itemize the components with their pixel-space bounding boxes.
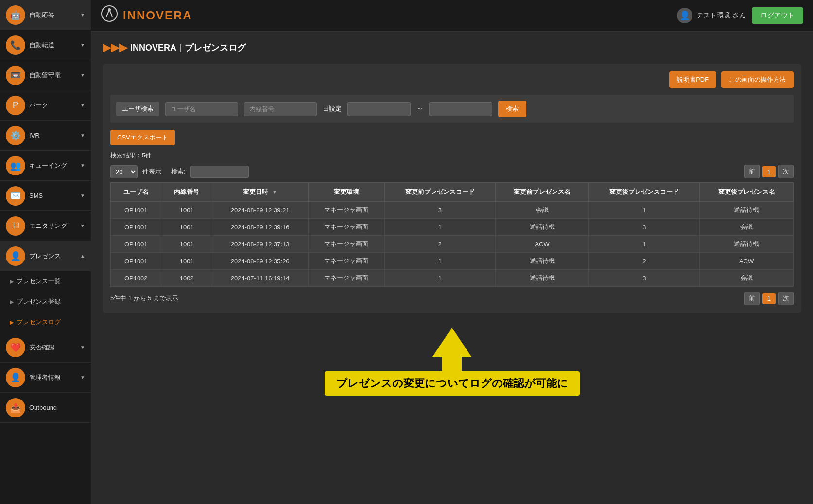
table-controls: 20 10 50 100 件表示 検索: 前 1 次	[110, 165, 794, 178]
main-content: INNOVERA 👤 テスト環境 さん ログアウト ▶▶▶ INNOVERA |…	[91, 0, 813, 504]
sidebar-item-queuing[interactable]: 👥 キューイング ▼	[0, 151, 91, 181]
chevron-down-icon: ▼	[80, 103, 85, 108]
date-sep: ～	[416, 104, 423, 113]
sidebar-sub-label-presence-reg: プレゼンス登録	[17, 297, 61, 306]
logo-area: INNOVERA	[101, 5, 192, 26]
user-name: テスト環境 さん	[696, 11, 746, 20]
chevron-down-icon: ▼	[80, 223, 85, 228]
search-button[interactable]: 検索	[498, 101, 526, 117]
header: INNOVERA 👤 テスト環境 さん ログアウト	[91, 0, 813, 32]
bottom-next-button[interactable]: 次	[778, 292, 794, 305]
sidebar-item-anzen[interactable]: ❤️ 安否確認 ▼	[0, 332, 91, 363]
avatar: 👤	[677, 8, 692, 23]
prev-page-button[interactable]: 前	[744, 165, 760, 178]
sidebar-label-sms: SMS	[29, 192, 80, 199]
col-datetime: 変更日時 ▼	[212, 183, 308, 202]
username-input[interactable]	[165, 102, 238, 116]
current-page: 1	[762, 166, 776, 177]
breadcrumb-sep: |	[179, 43, 182, 53]
col-env: 変更環境	[308, 183, 384, 202]
col-after-name: 変更後プレゼンス名	[700, 183, 794, 202]
chevron-down-icon: ▼	[80, 193, 85, 198]
sidebar-sub-presence-log[interactable]: ▶ プレゼンスログ	[0, 312, 91, 332]
chevron-down-icon: ▼	[80, 72, 85, 78]
chevron-down-icon: ▼	[80, 133, 85, 138]
sidebar-label-jido-tenso: 自動転送	[29, 41, 80, 50]
sort-icon[interactable]: ▼	[272, 190, 277, 195]
data-table: ユーザ名 内線番号 変更日時 ▼ 変更環境 変更前プレゼンスコード 変更前プレゼ…	[110, 182, 794, 287]
top-buttons: 説明書PDF この画面の操作方法	[110, 71, 794, 88]
logo-orange: ERA	[165, 9, 192, 22]
anzen-icon: ❤️	[6, 338, 25, 357]
sidebar-label-ivr: IVR	[29, 132, 80, 139]
sidebar-item-jido-oto[interactable]: 🤖 自動応答 ▼	[0, 0, 91, 30]
outbound-icon: 📤	[6, 398, 25, 417]
next-page-button[interactable]: 次	[778, 165, 794, 178]
how-to-button[interactable]: この画面の操作方法	[721, 71, 794, 88]
sidebar-sub-presence-reg[interactable]: ▶ プレゼンス登録	[0, 292, 91, 312]
sidebar-item-sms[interactable]: ✉️ SMS ▼	[0, 181, 91, 211]
sidebar-item-jido-tenso[interactable]: 📞 自動転送 ▼	[0, 30, 91, 60]
logo-icon	[101, 5, 118, 26]
bottom-count-label: 5件中 1 から 5 まで表示	[110, 294, 178, 303]
logout-button[interactable]: ログアウト	[752, 7, 803, 24]
page-area: ▶▶▶ INNOVERA | プレゼンスログ 説明書PDF この画面の操作方法 …	[91, 32, 813, 504]
annotation-text: プレゼンスの変更についてログの確認が可能に	[325, 371, 580, 396]
breadcrumb-company: INNOVERA	[130, 43, 176, 53]
sidebar-item-park[interactable]: P パーク ▼	[0, 90, 91, 121]
ivr-icon: ⚙️	[6, 126, 25, 145]
sidebar-item-outbound[interactable]: 📤 Outbound	[0, 393, 91, 423]
annotation-area: プレゼンスの変更についてログの確認が可能に	[103, 328, 801, 396]
pagination-bottom: 前 1 次	[744, 292, 794, 305]
annotation-arrow-stem	[442, 357, 462, 371]
sidebar-item-monitoring[interactable]: 🖥 モニタリング ▼	[0, 211, 91, 241]
chevron-down-icon: ▼	[80, 12, 85, 17]
sidebar-item-kanri[interactable]: 👤 管理者情報 ▼	[0, 363, 91, 393]
sidebar-item-presence[interactable]: 👤 プレゼンス ▲	[0, 241, 91, 271]
table-body: OP100110012024-08-29 12:39:21マネージャ画面3会議1…	[111, 202, 794, 287]
jido-oto-icon: 🤖	[6, 5, 25, 25]
pagination-top: 前 1 次	[744, 165, 794, 178]
svg-point-0	[102, 6, 117, 21]
sidebar-item-ivr[interactable]: ⚙️ IVR ▼	[0, 121, 91, 151]
col-before-code: 変更前プレゼンスコード	[384, 183, 495, 202]
svg-point-1	[108, 8, 111, 11]
col-before-name: 変更前プレゼンス名	[495, 183, 589, 202]
results-count: 検索結果：5件	[110, 151, 794, 160]
monitoring-icon: 🖥	[6, 216, 25, 236]
jido-rusu-icon: 📼	[6, 66, 25, 85]
table-header: ユーザ名 内線番号 変更日時 ▼ 変更環境 変更前プレゼンスコード 変更前プレゼ…	[111, 183, 794, 202]
active-bullet-icon: ▶	[10, 319, 14, 326]
presence-icon: 👤	[6, 246, 25, 266]
search-row: ユーザ検索 日設定 ～ 検索	[110, 95, 794, 123]
sidebar-sub-label-presence-log: プレゼンスログ	[17, 318, 61, 327]
jido-tenso-icon: 📞	[6, 35, 25, 55]
table-row: OP100110012024-08-29 12:39:16マネージャ画面1通話待…	[111, 219, 794, 236]
table-row: OP100110012024-08-29 12:39:21マネージャ画面3会議1…	[111, 202, 794, 219]
annotation-arrow	[432, 328, 471, 357]
manual-pdf-button[interactable]: 説明書PDF	[669, 71, 716, 88]
date-to-input[interactable]	[429, 102, 492, 116]
kanri-icon: 👤	[6, 368, 25, 387]
sidebar-label-park: パーク	[29, 101, 80, 110]
extension-input[interactable]	[244, 102, 317, 116]
chevron-down-icon: ▼	[80, 375, 85, 380]
bullet-icon: ▶	[10, 278, 14, 285]
bottom-current-page: 1	[762, 293, 776, 304]
sidebar-sub-presence-list[interactable]: ▶ プレゼンス一覧	[0, 271, 91, 292]
bottom-prev-button[interactable]: 前	[744, 292, 760, 305]
sidebar-sub-label-presence-list: プレゼンス一覧	[17, 277, 61, 286]
sidebar-label-presence: プレゼンス	[29, 252, 80, 261]
per-page-select[interactable]: 20 10 50 100	[110, 165, 138, 178]
search-label: ユーザ検索	[116, 102, 159, 116]
sidebar-item-jido-rusu[interactable]: 📼 自動留守電 ▼	[0, 60, 91, 90]
csv-export-button[interactable]: CSVエクスポート	[110, 130, 175, 145]
date-from-input[interactable]	[347, 102, 411, 116]
sidebar-label-outbound: Outbound	[29, 404, 85, 411]
logo-dark: INNOV	[123, 9, 165, 22]
queuing-icon: 👥	[6, 156, 25, 175]
chevron-down-icon: ▼	[80, 42, 85, 48]
table-row: OP100110012024-08-29 12:35:26マネージャ画面1通話待…	[111, 253, 794, 270]
table-search-input[interactable]	[190, 166, 249, 178]
sidebar-label-anzen: 安否確認	[29, 343, 80, 352]
